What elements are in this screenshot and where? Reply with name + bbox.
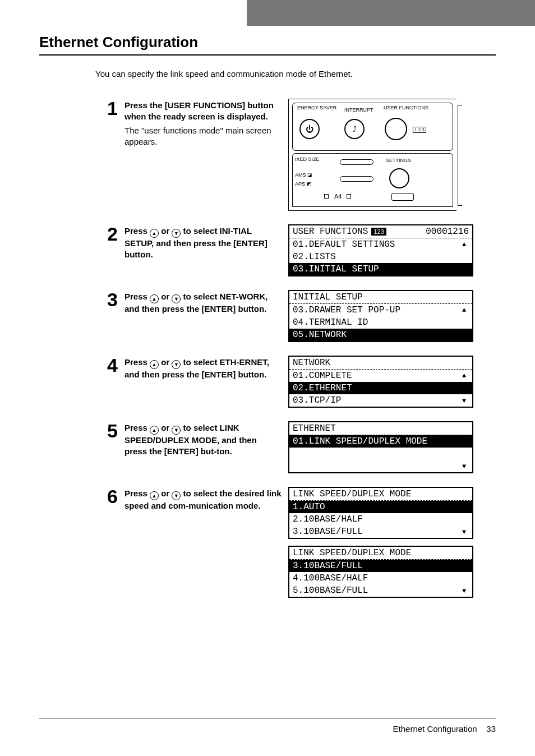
step-text: Press ▲ or ▼ to select NET-WORK, and the…	[124, 290, 282, 342]
up-arrow-icon: ▲	[150, 229, 159, 238]
scroll-up-icon: ▲	[462, 438, 470, 445]
step-screen-area: INITIAL SETUP03.DRAWER SET POP-UP04.TERM…	[288, 290, 496, 342]
lcd-menu-item[interactable]: 04.TERMINAL ID	[289, 316, 472, 329]
scroll-down-icon: ▼	[462, 588, 470, 594]
indicator-square	[347, 194, 351, 199]
lcd-menu-item[interactable]: 3.10BASE/FULL	[289, 560, 472, 572]
lcd-screen: ETHERNET01.LINK SPEED/DUPLEX MODE ▲▼	[288, 421, 473, 473]
footer-page: 33	[486, 724, 496, 734]
step-number: 5	[101, 421, 118, 473]
lcd-scroll-indicators: ▲▼	[462, 438, 470, 470]
step-number: 4	[101, 356, 118, 408]
user-functions-button[interactable]	[385, 118, 407, 140]
lcd-menu-item[interactable]: 4.100BASE/HALF	[289, 572, 472, 584]
scroll-down-icon: ▼	[462, 398, 470, 404]
lcd-menu-item[interactable]: 2.10BASE/HALF	[289, 513, 472, 525]
step-number: 2	[101, 224, 118, 276]
lcd-screen: USER FUNCTIONS1230000121601.DEFAULT SETT…	[288, 224, 473, 276]
step-screen-area: ETHERNET01.LINK SPEED/DUPLEX MODE ▲▼	[288, 421, 496, 473]
lcd-menu-item[interactable]: 03.TCP/IP	[289, 394, 472, 407]
control-panel-illustration: ENERGY SAVER INTERRUPT USER FUNCTIONS ⏻ …	[288, 99, 456, 211]
scroll-down-icon: ▼	[462, 332, 470, 339]
scroll-up-icon: ▲	[462, 563, 470, 569]
step-screen-area: NETWORK01.COMPLETE02.ETHERNET03.TCP/IP▲▼	[288, 356, 496, 408]
lcd-scroll-indicators: ▲▼	[462, 504, 470, 536]
lcd-menu-item[interactable]: 02.ETHERNET	[289, 382, 472, 394]
lcd-header-title: INITIAL SETUP	[293, 292, 363, 302]
lcd-menu-item[interactable]	[289, 460, 472, 472]
lcd-menu-item[interactable]: 5.100BASE/FULL	[289, 584, 472, 597]
lcd-menu-item[interactable]: 05.NETWORK	[289, 329, 472, 341]
indicator-led	[340, 159, 373, 165]
panel-edge	[458, 105, 462, 206]
top-grey-band	[247, 0, 535, 26]
user-functions-label: USER FUNCTIONS	[384, 105, 428, 111]
lcd-menu-item[interactable]: 01.COMPLETE	[289, 370, 472, 382]
down-arrow-icon: ▼	[172, 229, 181, 238]
down-arrow-icon: ▼	[172, 294, 181, 303]
lcd-menu-item[interactable]: 1.AUTO	[289, 501, 472, 513]
scroll-down-icon: ▼	[462, 266, 470, 273]
step-6: 6Press ▲ or ▼ to select the desired link…	[101, 487, 496, 598]
panel-upper-segment: ENERGY SAVER INTERRUPT USER FUNCTIONS ⏻ …	[292, 103, 453, 151]
lcd-menu-item[interactable]: 02.LISTS	[289, 251, 472, 263]
step-text: Press ▲ or ▼ to select the desired link …	[124, 487, 282, 598]
step-number: 6	[101, 487, 118, 598]
scroll-down-icon: ▼	[462, 529, 470, 536]
aps-label: APS ◩	[295, 182, 312, 187]
down-arrow-icon: ▼	[172, 426, 181, 435]
step-instruction: Press ▲ or ▼ to select ETH-ERNET, and th…	[124, 357, 282, 380]
down-arrow-icon: ▼	[172, 491, 181, 500]
interrupt-button[interactable]: ⤴	[344, 119, 365, 139]
step-screen-area: LINK SPEED/DUPLEX MODE1.AUTO2.10BASE/HAL…	[288, 487, 496, 598]
lcd-scroll-indicators: ▲▼	[462, 307, 470, 339]
step-number: 3	[101, 290, 118, 342]
step-4: 4Press ▲ or ▼ to select ETH-ERNET, and t…	[101, 356, 496, 408]
lcd-screen: NETWORK01.COMPLETE02.ETHERNET03.TCP/IP▲▼	[288, 356, 473, 408]
lcd-screen: INITIAL SETUP03.DRAWER SET POP-UP04.TERM…	[288, 290, 473, 342]
scroll-up-icon: ▲	[462, 372, 470, 379]
tag-123-icon: 123	[371, 228, 386, 236]
ixed-size-label: IXED SIZE	[295, 157, 320, 163]
step-screen-area: ENERGY SAVER INTERRUPT USER FUNCTIONS ⏻ …	[288, 99, 496, 211]
lcd-menu-item[interactable]: 01.LINK SPEED/DUPLEX MODE	[289, 435, 472, 448]
lcd-header-title: LINK SPEED/DUPLEX MODE	[293, 548, 411, 558]
ams-label: AMS ◪	[295, 173, 312, 178]
lcd-header-title: USER FUNCTIONS	[293, 227, 368, 237]
lcd-counter: 00001216	[426, 227, 469, 237]
up-arrow-icon: ▲	[150, 426, 159, 435]
intro-text: You can specify the link speed and commu…	[95, 69, 496, 79]
lcd-header: LINK SPEED/DUPLEX MODE	[289, 488, 472, 501]
energy-saver-label: ENERGY SAVER	[297, 105, 336, 111]
step-instruction: Press ▲ or ▼ to select INI-TIAL SETUP, a…	[124, 225, 282, 261]
step-instruction: Press the [USER FUNCTIONS] button when t…	[124, 100, 282, 123]
lcd-menu-item[interactable]: 03.INITIAL SETUP	[289, 263, 472, 275]
lcd-menu-item[interactable]: 01.DEFAULT SETTINGS	[289, 238, 472, 251]
tag-123-icon: 1 2 3	[413, 127, 426, 133]
lcd-scroll-indicators: ▲▼	[462, 241, 470, 273]
lcd-screen: LINK SPEED/DUPLEX MODE1.AUTO2.10BASE/HAL…	[288, 487, 473, 539]
lcd-header: USER FUNCTIONS12300001216	[289, 225, 472, 238]
step-text: Press ▲ or ▼ to select LINK SPEED/DUPLEX…	[124, 421, 282, 473]
step-instruction: Press ▲ or ▼ to select LINK SPEED/DUPLEX…	[124, 422, 282, 458]
scroll-down-icon: ▼	[462, 463, 470, 470]
settings-label: SETTINGS	[386, 158, 411, 164]
lcd-header: NETWORK	[289, 357, 472, 370]
lcd-header-title: NETWORK	[293, 358, 330, 368]
step-instruction: Press ▲ or ▼ to select NET-WORK, and the…	[124, 291, 282, 315]
lcd-header-title: ETHERNET	[293, 423, 336, 434]
lcd-menu-item[interactable]: 03.DRAWER SET POP-UP	[289, 304, 472, 316]
lcd-header: LINK SPEED/DUPLEX MODE	[289, 547, 472, 560]
scroll-up-icon: ▲	[462, 307, 470, 314]
lcd-header-title: LINK SPEED/DUPLEX MODE	[293, 489, 411, 499]
panel-lower-segment: IXED SIZE AMS ◪ APS ◩ SETTINGS A4	[292, 153, 453, 207]
step-instruction: Press ▲ or ▼ to select the desired link …	[124, 488, 282, 511]
steps-container: 1Press the [USER FUNCTIONS] button when …	[39, 99, 496, 598]
step-2: 2Press ▲ or ▼ to select INI-TIAL SETUP, …	[101, 224, 496, 276]
settings-button[interactable]	[389, 168, 409, 188]
lcd-menu-item[interactable]	[289, 448, 472, 460]
step-number: 1	[101, 99, 118, 211]
scroll-up-icon: ▲	[462, 504, 470, 510]
energy-saver-button[interactable]: ⏻	[299, 119, 320, 139]
lcd-menu-item[interactable]: 3.10BASE/FULL	[289, 525, 472, 538]
